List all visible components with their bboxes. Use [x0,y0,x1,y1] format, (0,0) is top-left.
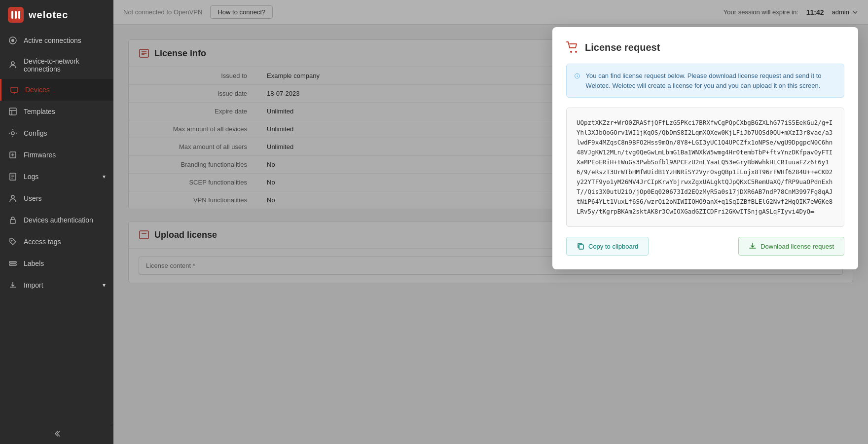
svg-point-5 [11,39,14,42]
modal-overlay: License request You can find license req… [113,0,868,444]
sidebar-item-templates[interactable]: Templates [0,101,113,122]
logs-arrow-icon: ▾ [103,173,106,180]
sidebar-item-access-tags[interactable]: Access tags [0,231,113,253]
sidebar-item-logs[interactable]: Logs ▾ [0,166,113,187]
import-icon [8,280,18,290]
logo-text: welotec [29,9,68,21]
sidebar-item-firmwares[interactable]: Firmwares [0,144,113,166]
info-icon [575,71,580,81]
svg-rect-2 [15,11,17,19]
sidebar-label-device-to-network: Device-to-network connections [24,57,106,73]
modal-actions: Copy to clipboard Download license reque… [566,237,844,256]
sidebar-label-devices: Devices [25,86,50,94]
info-banner-text: You can find license request below. Plea… [586,71,836,90]
copy-label: Copy to clipboard [588,243,638,250]
svg-rect-10 [9,108,16,115]
logo-icon [8,7,24,23]
copy-icon [577,242,584,250]
sidebar-item-import[interactable]: Import ▾ [0,274,113,296]
sidebar-label-import: Import [24,281,43,289]
sidebar-label-users: Users [24,194,42,202]
svg-point-21 [11,240,13,242]
auth-icon [8,215,18,225]
sidebar-item-devices[interactable]: Devices [0,79,113,101]
logo: welotec [0,0,113,30]
modal-header: License request [566,41,844,54]
logs-icon [8,172,18,182]
sidebar-item-configs[interactable]: Configs [0,122,113,144]
sidebar-label-labels: Labels [24,259,44,267]
modal-title: License request [585,42,660,53]
sidebar-item-users[interactable]: Users [0,187,113,209]
devices-icon [9,85,19,95]
svg-rect-7 [11,87,18,92]
main-area: Not connected to OpenVPN How to connect?… [113,0,868,444]
sidebar-label-logs: Logs [24,173,38,181]
svg-point-31 [575,51,577,53]
download-license-request-button[interactable]: Download license request [738,237,844,256]
sidebar-nav: Active connections Device-to-network con… [0,30,113,423]
sidebar-label-devices-authentication: Devices authentication [24,216,93,224]
sidebar-label-configs: Configs [24,129,47,137]
svg-rect-20 [10,220,15,223]
sidebar-item-labels[interactable]: Labels [0,253,113,274]
sidebar-item-devices-authentication[interactable]: Devices authentication [0,209,113,231]
sidebar-item-device-to-network[interactable]: Device-to-network connections [0,51,113,79]
tags-icon [8,237,18,247]
svg-rect-35 [579,245,583,249]
sidebar-label-access-tags: Access tags [24,238,61,246]
svg-point-19 [11,195,14,198]
svg-rect-22 [9,261,16,263]
svg-point-6 [11,62,14,65]
network-icon [8,60,18,70]
sidebar: welotec Active connections Device-to-net… [0,0,113,444]
sidebar-collapse-button[interactable] [0,423,113,444]
license-key-text: UQpztXKZzr+WrO0ZRASfjQFfLzG5PKci7BRXfwCg… [566,108,844,227]
users-icon [8,193,18,203]
svg-point-13 [11,132,14,135]
svg-rect-3 [18,11,20,19]
copy-to-clipboard-button[interactable]: Copy to clipboard [566,237,649,256]
templates-icon [8,107,18,116]
sidebar-label-active-connections: Active connections [24,37,81,44]
modal-cart-icon [566,41,579,54]
collapse-icon [52,429,61,438]
svg-rect-23 [9,264,16,265]
svg-rect-1 [11,11,13,19]
license-request-modal: License request You can find license req… [552,27,858,269]
sidebar-label-templates: Templates [24,108,55,115]
connections-icon [8,36,18,45]
firmwares-icon [8,150,18,160]
svg-point-34 [577,74,578,75]
import-arrow-icon: ▾ [103,282,106,289]
svg-point-30 [570,51,572,53]
labels-icon [8,259,18,268]
sidebar-label-firmwares: Firmwares [24,151,56,159]
download-label: Download license request [760,243,834,250]
sidebar-item-active-connections[interactable]: Active connections [0,30,113,51]
info-banner: You can find license request below. Plea… [566,64,844,98]
download-icon [749,242,757,250]
configs-icon [8,128,18,138]
